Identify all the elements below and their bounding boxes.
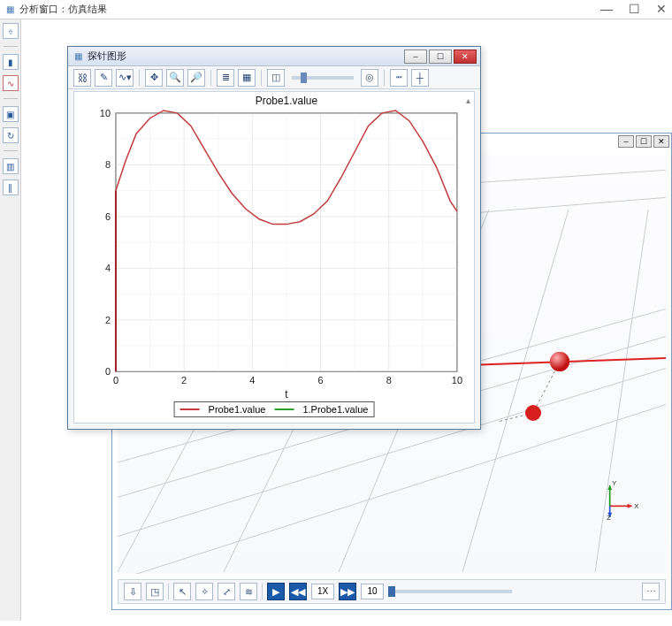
probe-toolbar: ⛓ ✎ ∿▾ ✥ 🔍 🔎 ≣ ▦ ◫ ◎ ┉ ┼ xyxy=(68,66,480,89)
main-minimize-button[interactable]: — xyxy=(600,2,613,16)
target-icon[interactable]: ◎ xyxy=(361,69,378,87)
separator xyxy=(139,70,140,86)
tool-loop-icon[interactable]: ↻ xyxy=(3,127,19,143)
svg-text:8: 8 xyxy=(105,159,111,170)
probe-minimize-button[interactable]: – xyxy=(404,50,427,64)
svg-text:8: 8 xyxy=(386,375,392,386)
probe-titlebar[interactable]: ▦ 探针图形 – ☐ ✕ xyxy=(68,47,480,66)
probe-close-button[interactable]: ✕ xyxy=(454,50,477,64)
main-close-button[interactable]: ✕ xyxy=(656,2,667,16)
main-maximize-button[interactable]: ☐ xyxy=(629,2,640,16)
probe-window-icon: ▦ xyxy=(72,50,84,63)
separator xyxy=(210,70,211,86)
tool-bar-chart-icon[interactable]: ▮ xyxy=(3,54,19,70)
tool-anchor-icon[interactable]: ⎀ xyxy=(3,23,19,39)
svg-text:t: t xyxy=(285,388,288,401)
viewport-maximize-button[interactable]: ☐ xyxy=(636,135,652,148)
probe-maximize-button[interactable]: ☐ xyxy=(429,50,452,64)
body-sphere-gloss xyxy=(550,352,569,371)
separator xyxy=(4,98,18,99)
rewind-button[interactable]: ◀◀ xyxy=(289,583,307,600)
probe-plot-area[interactable]: 02468100246810Probe1.valuet Probe1.value… xyxy=(73,91,475,424)
viewport-minimize-button[interactable]: – xyxy=(618,135,634,148)
axis-y-label: Y xyxy=(612,479,616,487)
tool-pipe-icon[interactable]: ‖ xyxy=(3,179,19,195)
value-slider[interactable] xyxy=(292,76,354,80)
separator xyxy=(384,70,385,86)
list-icon[interactable]: ≣ xyxy=(217,69,234,87)
playback-scale-readout: 1X xyxy=(311,584,334,599)
grid-toggle-icon[interactable]: ▦ xyxy=(238,69,256,87)
svg-text:4: 4 xyxy=(105,263,111,273)
zoom-in-icon[interactable]: 🔍 xyxy=(166,69,184,87)
separator xyxy=(168,584,169,599)
svg-text:Probe1.value: Probe1.value xyxy=(256,95,318,107)
main-window-controls: — ☐ ✕ xyxy=(600,2,667,16)
axis-x-label: X xyxy=(634,502,638,510)
tool-probe-icon[interactable]: ∿ xyxy=(3,75,19,91)
fastforward-button[interactable]: ▶▶ xyxy=(339,583,356,600)
edit-icon[interactable]: ✎ xyxy=(95,69,112,87)
body-sphere xyxy=(525,405,541,421)
svg-text:6: 6 xyxy=(317,375,323,386)
settings-icon[interactable]: ⋯ xyxy=(642,583,660,600)
zoom-out-icon[interactable]: 🔎 xyxy=(187,69,205,87)
playback-slider-track[interactable] xyxy=(388,590,512,593)
measure-icon[interactable]: ≋ xyxy=(240,583,257,600)
legend-label-1: Probe1.value xyxy=(209,404,266,415)
svg-text:10: 10 xyxy=(452,375,462,386)
link-icon[interactable]: ⛓ xyxy=(73,69,91,87)
marker-icon[interactable]: ◫ xyxy=(267,69,285,87)
main-titlebar: ▦ 分析窗口：仿真结果 — ☐ ✕ xyxy=(0,0,672,19)
slider-thumb[interactable] xyxy=(301,73,307,83)
pan-tool-icon[interactable]: ✥ xyxy=(145,69,163,87)
tool-grid-icon[interactable]: ▥ xyxy=(3,158,19,174)
svg-text:4: 4 xyxy=(249,375,255,386)
legend-swatch xyxy=(180,408,200,410)
analysis-icon: ▦ xyxy=(4,4,16,16)
tool-cube-icon[interactable]: ▣ xyxy=(3,106,19,122)
probe-title: 探针图形 xyxy=(88,50,126,63)
probe-window-controls: – ☐ ✕ xyxy=(404,50,477,64)
separator xyxy=(4,150,18,151)
separator xyxy=(261,70,262,86)
viewport-close-button[interactable]: ✕ xyxy=(653,135,669,148)
pan-icon[interactable]: ✧ xyxy=(195,583,213,600)
viewport-window-controls: – ☐ ✕ xyxy=(618,135,669,148)
wave-icon[interactable]: ∿▾ xyxy=(116,69,134,87)
fit-icon[interactable]: ⤢ xyxy=(218,583,235,600)
playback-slider-thumb[interactable] xyxy=(388,586,395,597)
svg-text:0: 0 xyxy=(113,375,118,386)
left-icon-toolbar: ⎀ ▮ ∿ ▣ ↻ ▥ ‖ xyxy=(0,19,21,621)
legend-swatch xyxy=(274,408,294,410)
chart-legend: Probe1.value 1.Probe1.value xyxy=(174,401,375,417)
playback-frame-readout: 10 xyxy=(361,584,384,599)
separator xyxy=(4,46,18,47)
svg-text:2: 2 xyxy=(181,375,187,386)
view-cube-icon[interactable]: ◳ xyxy=(146,583,164,600)
probe-plot-window: ▦ 探针图形 – ☐ ✕ ⛓ ✎ ∿▾ ✥ 🔍 🔎 ≣ ▦ ◫ ◎ ┉ ┼ 02… xyxy=(67,46,481,430)
legend-label-2: 1.Probe1.value xyxy=(302,404,368,415)
viewport-playback-toolbar: ⇩ ◳ ↖ ✧ ⤢ ≋ ▶ ◀◀ 1X ▶▶ 10 ⋯ xyxy=(118,579,666,604)
axes-icon[interactable]: ┼ xyxy=(411,69,429,87)
export-icon[interactable]: ⇩ xyxy=(124,583,141,600)
separator xyxy=(262,584,263,599)
axis-compass: X Y Z xyxy=(595,477,639,521)
svg-text:6: 6 xyxy=(105,211,111,222)
scroll-up-icon[interactable]: ▴ xyxy=(466,95,470,105)
svg-marker-13 xyxy=(628,504,632,508)
main-title: 分析窗口：仿真结果 xyxy=(19,3,107,16)
play-button[interactable]: ▶ xyxy=(267,583,285,600)
pointer-icon[interactable]: ↖ xyxy=(173,583,191,600)
svg-text:2: 2 xyxy=(105,315,111,325)
axis-z-label: Z xyxy=(607,514,611,521)
svg-text:10: 10 xyxy=(100,108,111,118)
ruler-icon[interactable]: ┉ xyxy=(390,69,408,87)
svg-text:0: 0 xyxy=(105,366,111,377)
probe-chart-svg: 02468100246810Probe1.valuet xyxy=(74,92,474,423)
